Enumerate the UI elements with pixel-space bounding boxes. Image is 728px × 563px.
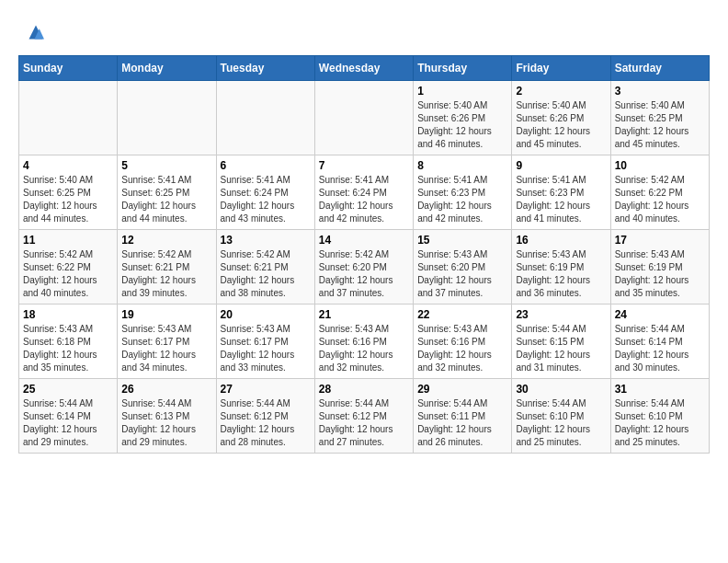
day-info: Sunrise: 5:44 AM Sunset: 6:14 PM Dayligh… [615,323,705,374]
logo [18,18,50,46]
calendar-cell: 30Sunrise: 5:44 AM Sunset: 6:10 PM Dayli… [512,379,610,454]
day-info: Sunrise: 5:41 AM Sunset: 6:24 PM Dayligh… [221,174,311,225]
day-info: Sunrise: 5:44 AM Sunset: 6:12 PM Dayligh… [221,397,311,449]
day-number: 4 [23,159,113,172]
day-number: 26 [121,383,211,396]
calendar-cell [216,81,314,155]
day-number: 17 [615,234,705,247]
calendar-cell: 2Sunrise: 5:40 AM Sunset: 6:26 PM Daylig… [512,81,610,155]
calendar-cell: 29Sunrise: 5:44 AM Sunset: 6:11 PM Dayli… [414,379,512,454]
day-number: 3 [615,85,705,98]
day-number: 28 [319,383,409,396]
day-number: 14 [319,234,409,247]
calendar-cell: 1Sunrise: 5:40 AM Sunset: 6:26 PM Daylig… [414,81,512,155]
calendar-cell: 3Sunrise: 5:40 AM Sunset: 6:25 PM Daylig… [610,81,709,155]
header-thursday: Thursday [414,56,512,81]
header-monday: Monday [118,56,216,81]
calendar-cell: 14Sunrise: 5:42 AM Sunset: 6:20 PM Dayli… [314,230,413,304]
day-number: 15 [417,234,507,247]
calendar-cell: 10Sunrise: 5:42 AM Sunset: 6:22 PM Dayli… [610,155,709,230]
day-number: 22 [417,308,507,321]
day-info: Sunrise: 5:43 AM Sunset: 6:16 PM Dayligh… [319,323,409,374]
day-number: 9 [516,159,606,172]
day-number: 8 [417,159,507,172]
day-number: 12 [121,234,211,247]
calendar-cell: 8Sunrise: 5:41 AM Sunset: 6:23 PM Daylig… [414,155,512,230]
calendar-cell: 18Sunrise: 5:43 AM Sunset: 6:18 PM Dayli… [19,304,118,379]
logo-icon [22,18,50,46]
calendar-table: Sunday Monday Tuesday Wednesday Thursday… [18,55,710,454]
day-number: 5 [121,159,211,172]
calendar-cell: 4Sunrise: 5:40 AM Sunset: 6:25 PM Daylig… [19,155,118,230]
calendar-header: Sunday Monday Tuesday Wednesday Thursday… [19,56,710,81]
day-number: 18 [23,308,113,321]
day-info: Sunrise: 5:43 AM Sunset: 6:18 PM Dayligh… [23,323,113,374]
day-number: 16 [516,234,606,247]
calendar-cell: 25Sunrise: 5:44 AM Sunset: 6:14 PM Dayli… [19,379,118,454]
header-saturday: Saturday [610,56,709,81]
calendar-cell: 13Sunrise: 5:42 AM Sunset: 6:21 PM Dayli… [216,230,314,304]
day-info: Sunrise: 5:44 AM Sunset: 6:12 PM Dayligh… [319,397,409,449]
calendar-cell: 20Sunrise: 5:43 AM Sunset: 6:17 PM Dayli… [216,304,314,379]
day-number: 30 [516,383,606,396]
day-number: 27 [221,383,311,396]
day-number: 6 [221,159,311,172]
day-number: 10 [615,159,705,172]
day-info: Sunrise: 5:40 AM Sunset: 6:26 PM Dayligh… [417,99,507,151]
calendar-cell: 15Sunrise: 5:43 AM Sunset: 6:20 PM Dayli… [414,230,512,304]
calendar-cell: 22Sunrise: 5:43 AM Sunset: 6:16 PM Dayli… [414,304,512,379]
calendar-cell: 28Sunrise: 5:44 AM Sunset: 6:12 PM Dayli… [314,379,413,454]
calendar-cell: 6Sunrise: 5:41 AM Sunset: 6:24 PM Daylig… [216,155,314,230]
day-info: Sunrise: 5:44 AM Sunset: 6:10 PM Dayligh… [615,397,705,449]
calendar-cell: 19Sunrise: 5:43 AM Sunset: 6:17 PM Dayli… [118,304,216,379]
day-info: Sunrise: 5:40 AM Sunset: 6:26 PM Dayligh… [516,99,606,151]
calendar-cell [118,81,216,155]
day-number: 24 [615,308,705,321]
calendar-cell: 5Sunrise: 5:41 AM Sunset: 6:25 PM Daylig… [118,155,216,230]
day-number: 1 [417,85,507,98]
day-info: Sunrise: 5:40 AM Sunset: 6:25 PM Dayligh… [615,99,705,151]
day-number: 11 [23,234,113,247]
day-info: Sunrise: 5:42 AM Sunset: 6:20 PM Dayligh… [319,248,409,300]
calendar-cell: 9Sunrise: 5:41 AM Sunset: 6:23 PM Daylig… [512,155,610,230]
calendar-cell [19,81,118,155]
day-info: Sunrise: 5:43 AM Sunset: 6:20 PM Dayligh… [417,248,507,300]
day-info: Sunrise: 5:41 AM Sunset: 6:23 PM Dayligh… [516,174,606,225]
day-info: Sunrise: 5:41 AM Sunset: 6:23 PM Dayligh… [417,174,507,225]
calendar-cell: 11Sunrise: 5:42 AM Sunset: 6:22 PM Dayli… [19,230,118,304]
page-header [18,18,710,46]
calendar-cell: 17Sunrise: 5:43 AM Sunset: 6:19 PM Dayli… [610,230,709,304]
day-info: Sunrise: 5:43 AM Sunset: 6:17 PM Dayligh… [121,323,211,374]
day-info: Sunrise: 5:43 AM Sunset: 6:19 PM Dayligh… [516,248,606,300]
day-info: Sunrise: 5:44 AM Sunset: 6:14 PM Dayligh… [23,397,113,449]
day-info: Sunrise: 5:43 AM Sunset: 6:17 PM Dayligh… [221,323,311,374]
header-tuesday: Tuesday [216,56,314,81]
day-info: Sunrise: 5:42 AM Sunset: 6:21 PM Dayligh… [221,248,311,300]
calendar-cell: 12Sunrise: 5:42 AM Sunset: 6:21 PM Dayli… [118,230,216,304]
calendar-cell: 27Sunrise: 5:44 AM Sunset: 6:12 PM Dayli… [216,379,314,454]
day-info: Sunrise: 5:44 AM Sunset: 6:15 PM Dayligh… [516,323,606,374]
calendar-cell: 23Sunrise: 5:44 AM Sunset: 6:15 PM Dayli… [512,304,610,379]
day-number: 29 [417,383,507,396]
calendar-cell [314,81,413,155]
day-info: Sunrise: 5:40 AM Sunset: 6:25 PM Dayligh… [23,174,113,225]
day-number: 23 [516,308,606,321]
calendar-cell: 21Sunrise: 5:43 AM Sunset: 6:16 PM Dayli… [314,304,413,379]
calendar-body: 1Sunrise: 5:40 AM Sunset: 6:26 PM Daylig… [19,81,710,454]
calendar-cell: 16Sunrise: 5:43 AM Sunset: 6:19 PM Dayli… [512,230,610,304]
day-info: Sunrise: 5:42 AM Sunset: 6:22 PM Dayligh… [23,248,113,300]
day-info: Sunrise: 5:41 AM Sunset: 6:25 PM Dayligh… [121,174,211,225]
calendar-cell: 26Sunrise: 5:44 AM Sunset: 6:13 PM Dayli… [118,379,216,454]
day-info: Sunrise: 5:42 AM Sunset: 6:22 PM Dayligh… [615,174,705,225]
day-info: Sunrise: 5:42 AM Sunset: 6:21 PM Dayligh… [121,248,211,300]
day-info: Sunrise: 5:43 AM Sunset: 6:19 PM Dayligh… [615,248,705,300]
calendar-cell: 31Sunrise: 5:44 AM Sunset: 6:10 PM Dayli… [610,379,709,454]
calendar-week-5: 25Sunrise: 5:44 AM Sunset: 6:14 PM Dayli… [19,379,710,454]
day-number: 20 [221,308,311,321]
day-info: Sunrise: 5:44 AM Sunset: 6:11 PM Dayligh… [417,397,507,449]
calendar-week-1: 1Sunrise: 5:40 AM Sunset: 6:26 PM Daylig… [19,81,710,155]
calendar-cell: 24Sunrise: 5:44 AM Sunset: 6:14 PM Dayli… [610,304,709,379]
day-number: 19 [121,308,211,321]
day-number: 21 [319,308,409,321]
day-info: Sunrise: 5:44 AM Sunset: 6:13 PM Dayligh… [121,397,211,449]
